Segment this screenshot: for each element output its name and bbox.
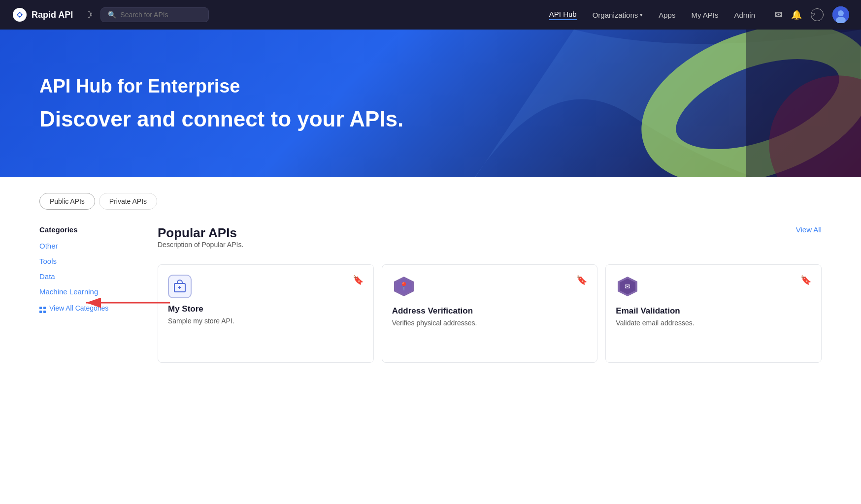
section-header: Popular APIs Description of Popular APIs… <box>158 225 822 260</box>
grid-icon <box>39 303 46 314</box>
bookmark-icon-email-validation[interactable]: 🔖 <box>800 275 811 285</box>
messages-icon[interactable]: ✉ <box>775 9 782 20</box>
api-card-desc-my-store: Sample my store API. <box>168 317 364 325</box>
section-title: Popular APIs <box>158 225 243 241</box>
user-avatar[interactable] <box>832 6 849 23</box>
api-card-header: 📍 🔖 <box>392 275 588 300</box>
bookmark-icon-address-verification[interactable]: 🔖 <box>576 275 587 285</box>
view-all-categories-link[interactable]: View All Categories <box>39 303 138 314</box>
svg-point-1 <box>18 13 21 16</box>
svg-point-7 <box>769 75 861 177</box>
api-card-header: 🔖 <box>168 275 364 298</box>
notifications-icon[interactable]: 🔔 <box>791 9 802 20</box>
main-content: Public APIs Private APIs Categories Othe… <box>0 177 861 378</box>
nav-item-admin[interactable]: Admin <box>734 11 755 19</box>
sidebar-item-data[interactable]: Data <box>39 272 138 281</box>
section-description: Description of Popular APIs. <box>158 241 243 249</box>
hero-title: API Hub for Enterprise <box>39 76 403 97</box>
main-nav: API Hub Organizations ▾ Apps My APIs Adm… <box>549 10 755 20</box>
api-card-email-validation[interactable]: ✉ 🔖 Email Validation Validate email addr… <box>605 264 822 363</box>
svg-point-5 <box>642 30 861 177</box>
svg-text:📍: 📍 <box>399 282 409 291</box>
chevron-down-icon: ▾ <box>640 12 643 18</box>
api-card-address-verification[interactable]: 📍 🔖 Address Verification Verifies physic… <box>382 264 598 363</box>
nav-item-api-hub[interactable]: API Hub <box>549 10 577 20</box>
brand-name: Rapid API <box>32 10 73 20</box>
api-type-tabs: Public APIs Private APIs <box>39 193 822 210</box>
sidebar-item-other[interactable]: Other <box>39 242 138 250</box>
hero-content: API Hub for Enterprise Discover and conn… <box>39 76 403 131</box>
api-icon-address-verification: 📍 <box>392 275 416 300</box>
search-icon: 🔍 <box>108 11 116 19</box>
api-card-my-store[interactable]: 🔖 My Store Sample my store API. <box>158 264 374 363</box>
sidebar-item-machine-learning[interactable]: Machine Learning <box>39 287 138 296</box>
api-card-name-my-store: My Store <box>168 304 364 314</box>
hero-section: API Hub for Enterprise Discover and conn… <box>0 30 861 177</box>
bookmark-icon-my-store[interactable]: 🔖 <box>353 275 364 285</box>
nav-item-apps[interactable]: Apps <box>659 11 675 19</box>
api-card-desc-address-verification: Verifies physical addresses. <box>392 319 588 327</box>
api-card-name-email-validation: Email Validation <box>616 306 811 316</box>
categories-title: Categories <box>39 225 138 234</box>
api-cards-grid: 🔖 My Store Sample my store API. 📍 <box>158 264 822 363</box>
navbar: Rapid API ☽ 🔍 API Hub Organizations ▾ Ap… <box>0 0 861 30</box>
help-icon[interactable]: ? <box>811 8 824 21</box>
svg-text:✉: ✉ <box>625 283 630 290</box>
tab-private-apis[interactable]: Private APIs <box>99 193 157 210</box>
api-card-name-address-verification: Address Verification <box>392 306 588 316</box>
search-bar[interactable]: 🔍 <box>100 7 209 22</box>
svg-rect-6 <box>746 30 861 177</box>
content-grid: Categories Other Tools Data Machine Lear… <box>39 225 822 363</box>
api-icon-my-store <box>168 275 192 298</box>
brand-logo[interactable]: Rapid API <box>12 7 73 23</box>
tab-public-apis[interactable]: Public APIs <box>39 193 95 210</box>
api-icon-email-validation: ✉ <box>616 275 639 300</box>
theme-toggle-icon[interactable]: ☽ <box>85 9 93 20</box>
view-all-link[interactable]: View All <box>796 225 822 234</box>
categories-sidebar: Categories Other Tools Data Machine Lear… <box>39 225 138 363</box>
api-card-header: ✉ 🔖 <box>616 275 811 300</box>
hero-subtitle: Discover and connect to your APIs. <box>39 107 403 131</box>
navbar-icons: ✉ 🔔 ? <box>775 6 849 23</box>
api-card-desc-email-validation: Validate email addresses. <box>616 319 811 327</box>
sidebar-item-tools[interactable]: Tools <box>39 257 138 265</box>
nav-item-my-apis[interactable]: My APIs <box>691 11 718 19</box>
svg-point-3 <box>838 10 844 16</box>
search-input[interactable] <box>120 11 201 19</box>
nav-item-organizations[interactable]: Organizations ▾ <box>593 11 643 19</box>
popular-apis-section: Popular APIs Description of Popular APIs… <box>158 225 822 363</box>
